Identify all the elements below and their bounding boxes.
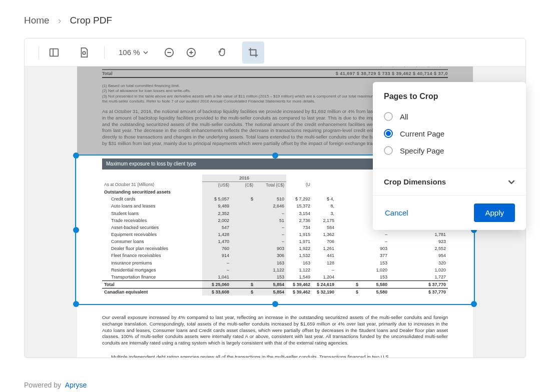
powered-by: Powered by Apryse [24, 381, 87, 389]
crop-handle-ml[interactable] [73, 227, 79, 233]
toolbar: 106 % [25, 38, 525, 66]
pan-tool-button[interactable] [211, 42, 233, 64]
breadcrumb-home[interactable]: Home [24, 15, 50, 26]
page-view-button[interactable] [73, 42, 95, 64]
radio-icon [384, 112, 393, 121]
breadcrumb-current: Crop PDF [70, 15, 112, 26]
crop-handle-bl[interactable] [73, 301, 79, 307]
crop-handle-tm[interactable] [272, 152, 278, 158]
zoom-in-button[interactable] [180, 42, 202, 64]
zoom-out-button[interactable] [158, 42, 180, 64]
crop-handle-bm[interactable] [272, 301, 278, 307]
brand-link[interactable]: Apryse [65, 381, 87, 389]
document-paragraph: Our overall exposure increased by 4% com… [102, 314, 448, 346]
svg-point-2 [83, 52, 86, 54]
svg-rect-0 [50, 48, 59, 56]
radio-label: Current Page [400, 130, 444, 138]
document-paragraph: Multiple independent debt rating agencie… [102, 354, 448, 358]
crop-handle-br[interactable] [471, 301, 477, 307]
chevron-down-icon [508, 178, 515, 186]
zoom-level[interactable]: 106 % [114, 48, 153, 56]
crop-dimensions-toggle[interactable]: Crop Dimensions [373, 168, 526, 195]
radio-icon [384, 146, 393, 155]
crop-panel: Pages to Crop AllCurrent PageSpecify Pag… [373, 82, 526, 230]
radio-option-all[interactable]: All [384, 108, 515, 125]
cancel-button[interactable]: Cancel [384, 204, 409, 222]
radio-option-current-page[interactable]: Current Page [384, 125, 515, 142]
breadcrumb: Home › Crop PDF [0, 0, 550, 38]
panel-title: Pages to Crop [373, 92, 526, 108]
crop-handle-tl[interactable] [73, 152, 79, 158]
crop-tool-button[interactable] [242, 42, 264, 64]
radio-icon [384, 129, 393, 138]
radio-label: All [400, 112, 408, 121]
panel-toggle-button[interactable] [43, 42, 65, 64]
apply-button[interactable]: Apply [474, 204, 515, 222]
breadcrumb-separator: › [58, 15, 61, 26]
radio-option-specify-page[interactable]: Specify Page [384, 142, 515, 159]
radio-label: Specify Page [400, 146, 444, 155]
